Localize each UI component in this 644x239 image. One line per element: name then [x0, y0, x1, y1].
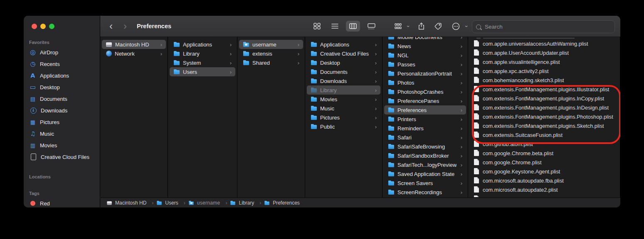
chevron-right-icon: › — [461, 53, 462, 58]
column-item[interactable]: Pictures › — [307, 113, 380, 122]
column-item[interactable]: Users › — [170, 67, 235, 76]
sidebar-item[interactable]: Pictures — [24, 116, 100, 128]
sidebar-item[interactable]: Music — [24, 128, 100, 139]
plist-file-icon — [474, 150, 479, 156]
plist-file-icon — [474, 95, 479, 101]
path-bar-item[interactable]: Macintosh HD › — [106, 200, 156, 206]
maximize-window-button[interactable] — [49, 24, 54, 29]
file-row[interactable]: com.extensis.FontManagement.plugins.InDe… — [474, 103, 618, 112]
column-item[interactable]: PhotoshopCrashes › — [384, 87, 466, 96]
column-item[interactable]: ScreenRecordings › — [384, 188, 466, 197]
folder-icon — [311, 88, 317, 93]
file-row[interactable]: com.apple.universalaccessAuthWarning.pli… — [474, 39, 618, 48]
file-row[interactable]: com.extensis.FontManagement.plugins.Illu… — [474, 85, 618, 94]
folder-icon — [311, 42, 317, 47]
sidebar-item[interactable]: AirDrop — [24, 46, 100, 58]
column-item[interactable]: Library › — [170, 49, 235, 58]
file-row[interactable]: com.google.Chrome.beta.plist — [474, 149, 618, 158]
file-row[interactable]: com.extensis.FontManagement.plugins.InCo… — [474, 94, 618, 103]
folder-icon — [388, 44, 395, 49]
file-row[interactable]: com.microsoft.autoupdate2.plist — [474, 185, 618, 194]
column-item[interactable]: System › — [170, 58, 235, 67]
plist-file-icon — [474, 186, 479, 193]
path-bar-item[interactable]: Users › — [156, 200, 188, 206]
folder-icon — [311, 97, 317, 102]
clipped-file-row: ■ ■■■ ■■ — [468, 194, 620, 197]
column-item[interactable]: Shared › — [239, 58, 303, 67]
path-bar-item[interactable]: username › — [188, 200, 230, 206]
column-item[interactable]: Preferences › — [384, 105, 466, 115]
share-button[interactable] — [415, 20, 428, 32]
column-item[interactable]: Safari › — [384, 133, 466, 142]
close-window-button[interactable] — [32, 24, 37, 29]
chevron-right-icon: › — [375, 78, 377, 84]
column-item[interactable]: Public › — [307, 122, 380, 131]
folder-icon — [388, 153, 395, 158]
column-item[interactable]: Creative Cloud Files › — [307, 49, 380, 58]
sidebar-item[interactable]: Recents — [24, 58, 100, 70]
sidebar-item[interactable]: Movies — [24, 139, 100, 151]
column-item[interactable]: Macintosh HD › — [102, 40, 166, 49]
file-row[interactable]: com.microsoft.autoupdate.fba.plist — [474, 176, 618, 185]
toolbar: ‹ › Preferences — [100, 16, 620, 37]
forward-button[interactable]: › — [122, 21, 128, 31]
column-item[interactable]: News › — [384, 41, 466, 51]
file-row[interactable]: com.extensis.SuitcaseFusion.plist — [474, 130, 618, 139]
column-item[interactable]: Documents › — [307, 67, 380, 76]
search-field[interactable] — [472, 20, 615, 33]
column-item[interactable]: PersonalizationPortrait › — [384, 69, 466, 78]
column-item[interactable]: extensis › — [239, 49, 303, 58]
column-item[interactable]: Downloads › — [307, 76, 380, 85]
column-item[interactable]: Passes › — [384, 60, 466, 69]
folder-icon — [388, 37, 395, 39]
column-item[interactable]: Library › — [307, 85, 380, 95]
more-actions-button[interactable] — [449, 20, 463, 33]
column-view-button[interactable] — [346, 21, 360, 32]
column-item[interactable]: Photos › — [384, 78, 466, 87]
column-item[interactable]: Network › — [102, 49, 166, 58]
column-item[interactable]: Music › — [307, 104, 380, 113]
column-item[interactable]: SafariTech...logyPreview › — [384, 160, 466, 169]
column-item[interactable]: Screen Savers › — [384, 178, 466, 188]
window-title: Preferences — [137, 16, 171, 37]
finder-column-library: Mobile Documents › News › NGL › — [382, 37, 468, 198]
list-view-button[interactable] — [328, 21, 342, 32]
column-item[interactable]: NGL › — [384, 51, 466, 60]
file-row[interactable]: com.apple.UserAccountUpdater.plist — [474, 48, 618, 57]
group-by-button[interactable] — [391, 21, 405, 32]
file-row[interactable]: com.extensis.FontManagement.plugins.Sket… — [474, 121, 618, 130]
column-item[interactable]: Applications › — [170, 40, 235, 49]
sidebar-item[interactable]: Applications — [24, 70, 100, 81]
file-row[interactable]: com.bohemiancoding.sketch3.plist — [474, 76, 618, 85]
file-row[interactable]: com.apple.xpc.activity2.plist — [474, 66, 618, 76]
column-item[interactable]: SafariSandboxBroker › — [384, 151, 466, 160]
file-row[interactable]: com.github.atom.plist — [474, 139, 618, 149]
path-bar-item[interactable]: Library › — [230, 200, 264, 206]
sidebar-item[interactable]: Desktop — [24, 81, 100, 93]
column-item[interactable]: Applications › — [307, 40, 380, 49]
sidebar-item[interactable]: Creative Cloud Files — [24, 151, 100, 163]
column-item[interactable]: Mobile Documents › — [384, 37, 466, 41]
back-button[interactable]: ‹ — [108, 21, 114, 31]
sidebar-item[interactable]: Downloads — [24, 105, 100, 116]
file-row[interactable]: com.google.Chrome.plist — [474, 158, 618, 167]
column-item[interactable]: Movies › — [307, 95, 380, 104]
icon-view-button[interactable] — [310, 20, 324, 32]
file-row[interactable]: com.extensis.FontManagement.plugins.Phot… — [474, 112, 618, 121]
column-item[interactable]: Printers › — [384, 115, 466, 124]
minimize-window-button[interactable] — [40, 24, 46, 29]
sidebar-tag-item[interactable]: Red — [24, 198, 100, 207]
column-item[interactable]: Saved Application State › — [384, 169, 466, 178]
sidebar-item[interactable]: Documents — [24, 93, 100, 105]
file-row[interactable]: com.apple.visualintelligence.plist — [474, 57, 618, 66]
file-row[interactable]: com.google.Keystone.Agent.plist — [474, 167, 618, 176]
path-bar-item[interactable]: Preferences › — [264, 200, 300, 206]
search-input[interactable] — [484, 23, 611, 30]
column-item[interactable]: Desktop › — [307, 58, 380, 67]
column-item[interactable]: PreferencePanes › — [384, 96, 466, 105]
gallery-view-button[interactable] — [364, 21, 379, 32]
column-item[interactable]: Reminders › — [384, 124, 466, 133]
column-item[interactable]: SafariSafeBrowsing › — [384, 142, 466, 151]
tags-button[interactable] — [431, 20, 445, 32]
column-item[interactable]: username › — [239, 40, 303, 49]
